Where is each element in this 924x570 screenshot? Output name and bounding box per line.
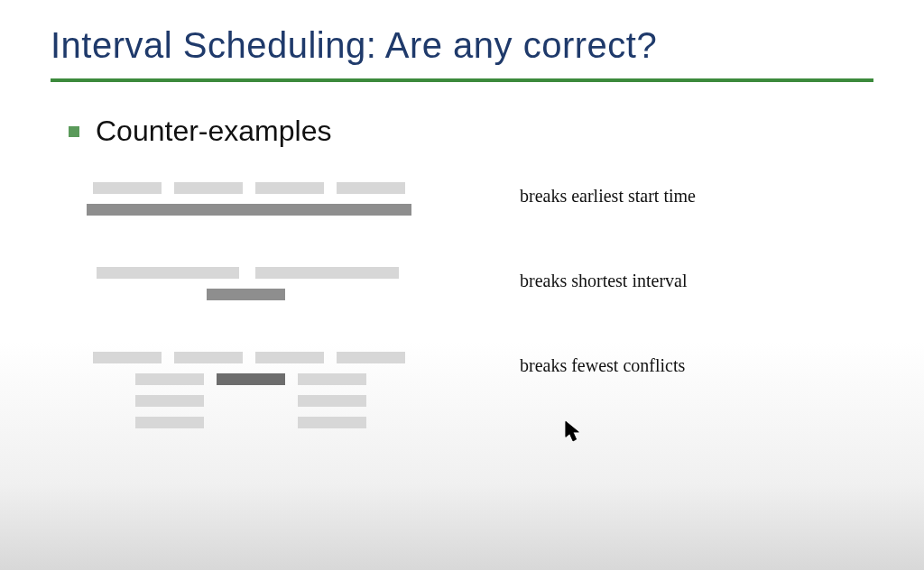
interval-bar [135, 373, 204, 385]
interval-bar [255, 182, 324, 194]
interval-row [87, 417, 411, 429]
interval-bar [135, 417, 204, 428]
diagram-shortest [87, 267, 411, 310]
interval-row [87, 204, 411, 216]
example-shortest-interval: breaks shortest interval [87, 267, 873, 310]
interval-bar [337, 182, 405, 194]
interval-bar [255, 352, 324, 363]
diagram-earliest [87, 182, 411, 225]
subhead-row: Counter-examples [69, 115, 873, 148]
interval-row [87, 289, 411, 301]
interval-bar [298, 395, 366, 407]
interval-row [87, 182, 411, 195]
interval-bar [174, 352, 243, 363]
interval-row [87, 352, 411, 364]
interval-bar [97, 267, 239, 279]
interval-bar-counter [87, 204, 411, 216]
diagram-fewest [87, 352, 411, 438]
cursor-icon [565, 420, 581, 444]
interval-bar [135, 395, 204, 407]
interval-row [87, 395, 411, 408]
title-underline [51, 78, 873, 82]
example-label: breaks fewest conflicts [520, 352, 685, 376]
interval-bar [255, 267, 398, 279]
interval-bar [93, 352, 162, 363]
interval-bar [298, 417, 366, 428]
examples-container: breaks earliest start time breaks shorte… [87, 182, 873, 438]
example-earliest-start: breaks earliest start time [87, 182, 873, 225]
slide-title: Interval Scheduling: Are any correct? [51, 25, 873, 66]
interval-bar [337, 352, 405, 363]
example-label: breaks earliest start time [520, 182, 696, 207]
interval-bar-counter [217, 373, 285, 385]
subhead-text: Counter-examples [96, 115, 331, 148]
slide: Interval Scheduling: Are any correct? Co… [0, 0, 924, 464]
interval-row [87, 373, 411, 386]
interval-bar [174, 182, 243, 194]
example-label: breaks shortest interval [520, 267, 688, 291]
interval-bar-counter [207, 289, 284, 300]
interval-row [87, 267, 411, 280]
interval-bar [298, 373, 366, 385]
example-fewest-conflicts: breaks fewest conflicts [87, 352, 873, 438]
interval-bar [93, 182, 162, 194]
bullet-square-icon [69, 126, 79, 137]
